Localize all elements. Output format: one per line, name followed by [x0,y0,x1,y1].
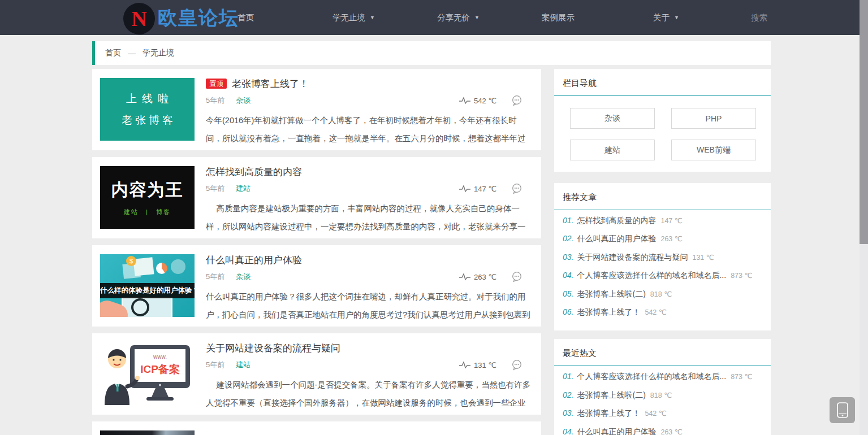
nav-item-6[interactable]: 搜索 [751,0,767,35]
item-number: 06. [563,307,573,316]
article-excerpt: 什么叫真正的用户体验？很多人把这个词挂在嘴边，却鲜有人真正研究过。对于我们的用户… [206,288,531,324]
article-card: 内容为王建站 | 博客 怎样找到高质量的内容 5年前 建站 147 ℃ [92,157,541,238]
item-temperature: 263 ℃ [660,428,682,435]
article-category-link[interactable]: 杂谈 [236,95,251,106]
scrollbar-track [860,0,868,435]
page: N 欧皇论坛 首页学无止境▼分享无价▼案例展示关于▼搜索 首页 — 学无止境 上… [0,0,868,435]
article-excerpt: 建设网站都会遇到一个问题-是否提交备案。关于备案有许多人觉得重要，当然也有许多人… [206,376,531,412]
article-thumbnail[interactable]: $什么样的体验是好的用户体验？ [100,254,195,317]
sidebar-section: 推荐文章 01. 怎样找到高质量的内容 147 ℃ 02. 什么叫真正的用户体验… [554,183,771,330]
category-button-3[interactable]: 建站 [570,140,655,160]
sidebar-article-item[interactable]: 03. 老张博客上线了！ 542 ℃ [563,408,762,427]
chevron-down-icon: ▼ [674,15,679,20]
article-title[interactable]: 关于网站建设备案的流程与疑问 [206,342,340,355]
svg-text:www.: www. [153,354,167,360]
thumb-decoration [133,257,154,276]
sidebar-article-item[interactable]: 06. 老张博客上线了！ 542 ℃ [563,307,762,325]
nav-item-3[interactable]: 分享无价▼ [437,0,480,35]
article-category-link[interactable]: 建站 [236,184,251,194]
nav-item-5[interactable]: 关于▼ [653,0,679,35]
article-thumbnail[interactable] [100,430,195,435]
comment-icon[interactable] [511,271,522,282]
sidebar-article-item[interactable]: 02. 什么叫真正的用户体验 263 ℃ [563,234,762,252]
nav-item-label: 案例展示 [542,13,575,22]
breadcrumb-current: 学无止境 [142,48,174,58]
logo-text: 欧皇论坛 [158,5,239,31]
article-excerpt: 高质量内容是建站极为重要的方面，丰富网站内容的过程，就像人充实自己的身体一样，所… [206,199,531,236]
site-logo[interactable]: N 欧皇论坛 [123,0,239,35]
pulse-icon [459,96,471,105]
breadcrumb: 首页 — 学无止境 [92,41,771,65]
category-button-2[interactable]: PHP [671,108,756,129]
sidebar-section-title: 栏目导航 [554,69,771,95]
item-title: 个人博客应该选择什么样的域名和域名后... [577,271,726,281]
logo-letter: N [131,8,146,29]
item-number: 01. [563,372,573,381]
nav-item-4[interactable]: 案例展示 [542,0,575,35]
article-thumbnail[interactable]: 内容为王建站 | 博客 [100,166,195,229]
thumb-decoration [171,259,185,274]
item-number: 05. [563,289,573,298]
thumb-subtitle: 建站 | 博客 [124,208,171,216]
article-title[interactable]: 什么叫真正的用户体验 [206,254,302,267]
comment-icon[interactable] [511,359,522,371]
sidebar-article-item[interactable]: 01. 怎样找到高质量的内容 147 ℃ [563,216,762,234]
sidebar-article-item[interactable]: 05. 老张博客上线啦(二) 818 ℃ [563,289,762,307]
item-title: 关于网站建设备案的流程与疑问 [577,253,688,263]
category-button-4[interactable]: WEB前端 [671,140,756,160]
item-number: 03. [563,253,573,262]
article-category-link[interactable]: 杂谈 [236,272,251,282]
temperature-value: 263 ℃ [474,273,496,281]
article-category-link[interactable]: 建站 [236,360,251,370]
navbar: N 欧皇论坛 首页学无止境▼分享无价▼案例展示关于▼搜索 [0,0,868,35]
article-temperature: 263 ℃ [459,272,496,281]
sidebar-section: 最近热文 01. 个人博客应该选择什么样的域名和域名后... 873 ℃ 02.… [554,339,771,435]
comment-icon[interactable] [511,183,522,194]
breadcrumb-home[interactable]: 首页 [105,48,121,58]
category-button-1[interactable]: 杂谈 [570,108,655,129]
article-card [92,421,541,435]
sidebar-article-item[interactable]: 03. 关于网站建设备案的流程与疑问 131 ℃ [563,253,762,271]
sidebar-article-item[interactable]: 02. 老张博客上线啦(二) 818 ℃ [563,390,762,408]
article-temperature: 131 ℃ [459,360,496,369]
thumb-text: 老张博客 [119,113,176,128]
sidebar-section-title: 推荐文章 [554,183,771,210]
sidebar-article-item[interactable]: 04. 什么叫真正的用户体验 263 ℃ [563,427,762,435]
article-card: 上线啦老张博客 置顶 老张博客上线了！ 5年前 杂谈 542 ℃ 今年(201 [92,69,541,150]
item-title: 怎样找到高质量的内容 [577,216,656,226]
nav-item-label: 关于 [653,13,670,22]
nav-item-2[interactable]: 学无止境▼ [332,0,375,35]
nav-item-1[interactable]: 首页 [237,0,254,35]
nav-item-label: 学无止境 [332,13,365,22]
item-temperature: 818 ℃ [650,290,672,298]
thumb-banner: 什么样的体验是好的用户体验？ [100,283,195,298]
breadcrumb-separator: — [128,49,136,58]
article-thumbnail[interactable]: 上线啦老张博客 [100,78,195,141]
item-number: 01. [563,216,573,225]
item-number: 02. [563,390,573,399]
article-title[interactable]: 怎样找到高质量的内容 [206,166,302,179]
sidebar: 栏目导航 杂谈PHP建站WEB前端 推荐文章 01. 怎样找到高质量的内容 14… [554,69,771,435]
article-body: 关于网站建设备案的流程与疑问 5年前 建站 131 ℃ 建设网站都会遇到一个问题… [206,333,541,415]
logo-icon: N [123,3,155,34]
article-body [206,421,541,435]
sidebar-article-item[interactable]: 04. 个人博客应该选择什么样的域名和域名后... 873 ℃ [563,271,762,289]
item-temperature: 131 ℃ [692,253,714,262]
temperature-value: 131 ℃ [474,361,496,369]
chevron-down-icon: ▼ [474,15,480,20]
article-title[interactable]: 老张博客上线了！ [232,77,309,90]
article-thumbnail[interactable]: www. ICP备案 [100,342,195,405]
sidebar-article-item[interactable]: 01. 个人博客应该选择什么样的域名和域名后... 873 ℃ [563,372,762,390]
sidebar-section-title: 最近热文 [554,339,771,366]
comment-icon[interactable] [511,95,522,106]
mobile-view-button[interactable] [830,397,855,423]
coin-icon: $ [126,256,136,266]
article-excerpt: 今年(2016年)年初就打算做一个个人博客了，在年初时候想着才年初，今年还有很长… [206,111,531,147]
scrollbar-thumb[interactable] [860,0,868,244]
article-body: 怎样找到高质量的内容 5年前 建站 147 ℃ 高质量内容是建站极为重要的方面，… [206,157,541,238]
article-date: 5年前 [206,184,224,194]
article-date: 5年前 [206,95,224,106]
article-list: 上线啦老张博客 置顶 老张博客上线了！ 5年前 杂谈 542 ℃ 今年(201 [92,69,541,435]
article-temperature: 542 ℃ [459,96,496,105]
chevron-down-icon: ▼ [370,15,375,20]
